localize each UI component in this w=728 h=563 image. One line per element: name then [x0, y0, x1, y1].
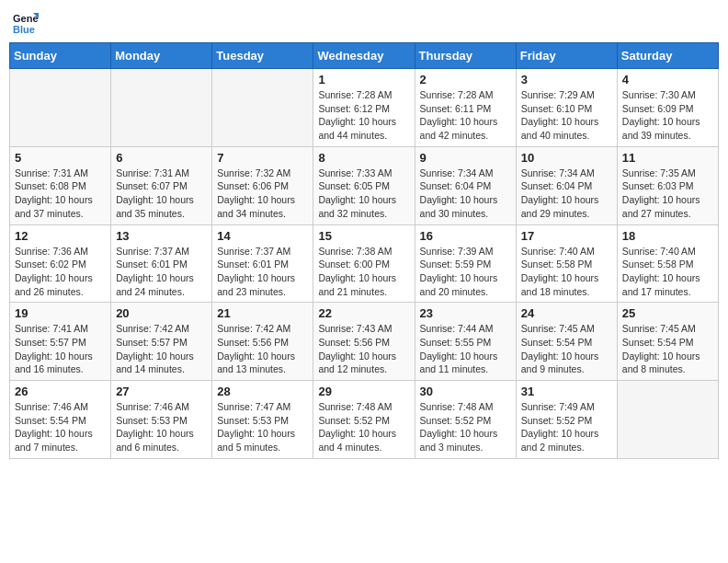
calendar-week-row: 19Sunrise: 7:41 AM Sunset: 5:57 PM Dayli… [10, 303, 719, 381]
calendar-cell: 4Sunrise: 7:30 AM Sunset: 6:09 PM Daylig… [617, 69, 718, 147]
calendar-cell: 17Sunrise: 7:40 AM Sunset: 5:58 PM Dayli… [516, 224, 617, 303]
day-number: 25 [622, 306, 713, 320]
day-info: Sunrise: 7:30 AM Sunset: 6:09 PM Dayligh… [622, 88, 713, 143]
day-info: Sunrise: 7:41 AM Sunset: 5:57 PM Dayligh… [15, 322, 106, 376]
day-number: 5 [15, 151, 106, 165]
calendar-cell: 6Sunrise: 7:31 AM Sunset: 6:07 PM Daylig… [111, 146, 212, 224]
day-number: 2 [420, 73, 511, 86]
page-header: General Blue [9, 9, 719, 35]
calendar-cell: 26Sunrise: 7:46 AM Sunset: 5:54 PM Dayli… [10, 381, 111, 459]
calendar-cell: 7Sunrise: 7:32 AM Sunset: 6:06 PM Daylig… [212, 146, 313, 224]
day-info: Sunrise: 7:28 AM Sunset: 6:12 PM Dayligh… [318, 88, 409, 143]
day-info: Sunrise: 7:47 AM Sunset: 5:53 PM Dayligh… [217, 400, 308, 454]
day-info: Sunrise: 7:29 AM Sunset: 6:10 PM Dayligh… [521, 88, 612, 143]
calendar-table: SundayMondayTuesdayWednesdayThursdayFrid… [9, 42, 719, 459]
calendar-cell: 5Sunrise: 7:31 AM Sunset: 6:08 PM Daylig… [10, 146, 111, 224]
day-number: 19 [15, 306, 106, 320]
day-number: 14 [217, 229, 308, 243]
day-info: Sunrise: 7:45 AM Sunset: 5:54 PM Dayligh… [521, 322, 612, 376]
calendar-cell: 25Sunrise: 7:45 AM Sunset: 5:54 PM Dayli… [617, 303, 718, 381]
day-number: 1 [318, 73, 409, 86]
day-header-monday: Monday [111, 43, 212, 69]
day-info: Sunrise: 7:34 AM Sunset: 6:04 PM Dayligh… [521, 167, 612, 221]
day-number: 4 [622, 73, 713, 86]
day-number: 13 [116, 229, 207, 243]
calendar-cell: 29Sunrise: 7:48 AM Sunset: 5:52 PM Dayli… [313, 381, 415, 459]
day-number: 27 [116, 385, 207, 398]
calendar-cell: 1Sunrise: 7:28 AM Sunset: 6:12 PM Daylig… [313, 69, 415, 147]
day-info: Sunrise: 7:28 AM Sunset: 6:11 PM Dayligh… [420, 88, 511, 143]
day-info: Sunrise: 7:49 AM Sunset: 5:52 PM Dayligh… [521, 400, 612, 454]
day-number: 11 [622, 151, 713, 165]
calendar-cell: 12Sunrise: 7:36 AM Sunset: 6:02 PM Dayli… [10, 224, 111, 303]
calendar-cell [10, 69, 111, 147]
day-number: 29 [318, 385, 409, 398]
day-header-friday: Friday [516, 43, 617, 69]
day-info: Sunrise: 7:42 AM Sunset: 5:56 PM Dayligh… [217, 322, 308, 376]
calendar-cell: 14Sunrise: 7:37 AM Sunset: 6:01 PM Dayli… [212, 224, 313, 303]
day-header-sunday: Sunday [10, 43, 111, 69]
day-number: 18 [622, 229, 713, 243]
calendar-cell: 22Sunrise: 7:43 AM Sunset: 5:56 PM Dayli… [313, 303, 415, 381]
calendar-cell: 8Sunrise: 7:33 AM Sunset: 6:05 PM Daylig… [313, 146, 415, 224]
day-info: Sunrise: 7:42 AM Sunset: 5:57 PM Dayligh… [116, 322, 207, 376]
calendar-cell: 9Sunrise: 7:34 AM Sunset: 6:04 PM Daylig… [415, 146, 516, 224]
calendar-cell: 30Sunrise: 7:48 AM Sunset: 5:52 PM Dayli… [415, 381, 516, 459]
day-info: Sunrise: 7:38 AM Sunset: 6:00 PM Dayligh… [318, 245, 409, 299]
day-number: 23 [420, 306, 511, 320]
day-number: 15 [318, 229, 409, 243]
calendar-cell: 27Sunrise: 7:46 AM Sunset: 5:53 PM Dayli… [111, 381, 212, 459]
day-number: 17 [521, 229, 612, 243]
day-info: Sunrise: 7:45 AM Sunset: 5:54 PM Dayligh… [622, 322, 713, 376]
day-info: Sunrise: 7:31 AM Sunset: 6:07 PM Dayligh… [116, 167, 207, 221]
calendar-header-row: SundayMondayTuesdayWednesdayThursdayFrid… [10, 43, 719, 69]
day-header-thursday: Thursday [415, 43, 516, 69]
calendar-cell: 16Sunrise: 7:39 AM Sunset: 5:59 PM Dayli… [415, 224, 516, 303]
day-number: 12 [15, 229, 106, 243]
day-number: 28 [217, 385, 308, 398]
calendar-week-row: 26Sunrise: 7:46 AM Sunset: 5:54 PM Dayli… [10, 381, 719, 459]
calendar-cell: 24Sunrise: 7:45 AM Sunset: 5:54 PM Dayli… [516, 303, 617, 381]
calendar-cell: 23Sunrise: 7:44 AM Sunset: 5:55 PM Dayli… [415, 303, 516, 381]
calendar-cell: 3Sunrise: 7:29 AM Sunset: 6:10 PM Daylig… [516, 69, 617, 147]
day-number: 22 [318, 306, 409, 320]
calendar-cell: 31Sunrise: 7:49 AM Sunset: 5:52 PM Dayli… [516, 381, 617, 459]
calendar-cell: 13Sunrise: 7:37 AM Sunset: 6:01 PM Dayli… [111, 224, 212, 303]
calendar-week-row: 1Sunrise: 7:28 AM Sunset: 6:12 PM Daylig… [10, 69, 719, 147]
day-number: 16 [420, 229, 511, 243]
calendar-cell [212, 69, 313, 147]
calendar-cell: 10Sunrise: 7:34 AM Sunset: 6:04 PM Dayli… [516, 146, 617, 224]
logo-icon: General Blue [13, 9, 39, 35]
day-header-wednesday: Wednesday [313, 43, 415, 69]
calendar-cell: 20Sunrise: 7:42 AM Sunset: 5:57 PM Dayli… [111, 303, 212, 381]
day-info: Sunrise: 7:48 AM Sunset: 5:52 PM Dayligh… [318, 400, 409, 454]
day-number: 21 [217, 306, 308, 320]
day-number: 6 [116, 151, 207, 165]
day-number: 30 [420, 385, 511, 398]
day-info: Sunrise: 7:40 AM Sunset: 5:58 PM Dayligh… [622, 245, 713, 299]
calendar-cell: 2Sunrise: 7:28 AM Sunset: 6:11 PM Daylig… [415, 69, 516, 147]
calendar-week-row: 12Sunrise: 7:36 AM Sunset: 6:02 PM Dayli… [10, 224, 719, 303]
day-info: Sunrise: 7:35 AM Sunset: 6:03 PM Dayligh… [622, 167, 713, 221]
day-info: Sunrise: 7:46 AM Sunset: 5:54 PM Dayligh… [15, 400, 106, 454]
day-info: Sunrise: 7:39 AM Sunset: 5:59 PM Dayligh… [420, 245, 511, 299]
calendar-week-row: 5Sunrise: 7:31 AM Sunset: 6:08 PM Daylig… [10, 146, 719, 224]
day-info: Sunrise: 7:34 AM Sunset: 6:04 PM Dayligh… [420, 167, 511, 221]
day-info: Sunrise: 7:37 AM Sunset: 6:01 PM Dayligh… [217, 245, 308, 299]
day-info: Sunrise: 7:40 AM Sunset: 5:58 PM Dayligh… [521, 245, 612, 299]
day-number: 3 [521, 73, 612, 86]
day-info: Sunrise: 7:46 AM Sunset: 5:53 PM Dayligh… [116, 400, 207, 454]
day-number: 31 [521, 385, 612, 398]
day-header-saturday: Saturday [617, 43, 718, 69]
day-info: Sunrise: 7:48 AM Sunset: 5:52 PM Dayligh… [420, 400, 511, 454]
day-number: 9 [420, 151, 511, 165]
svg-text:General: General [13, 13, 39, 24]
calendar-cell [617, 381, 718, 459]
day-number: 8 [318, 151, 409, 165]
day-info: Sunrise: 7:31 AM Sunset: 6:08 PM Dayligh… [15, 167, 106, 221]
day-header-tuesday: Tuesday [212, 43, 313, 69]
day-number: 20 [116, 306, 207, 320]
calendar-cell: 19Sunrise: 7:41 AM Sunset: 5:57 PM Dayli… [10, 303, 111, 381]
calendar-cell: 28Sunrise: 7:47 AM Sunset: 5:53 PM Dayli… [212, 381, 313, 459]
day-info: Sunrise: 7:32 AM Sunset: 6:06 PM Dayligh… [217, 167, 308, 221]
